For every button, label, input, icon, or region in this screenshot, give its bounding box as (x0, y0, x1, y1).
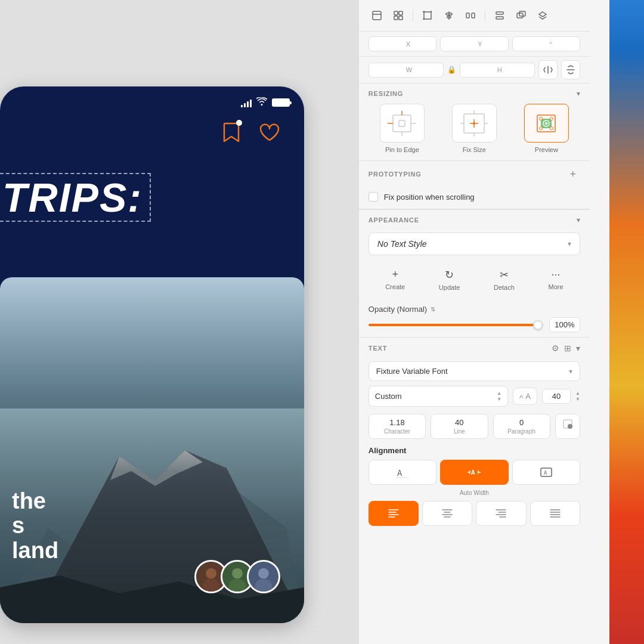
h-input-group: 40 H (460, 63, 535, 78)
trips-text[interactable]: TRIPS: (0, 173, 151, 222)
text-align-center-button[interactable] (422, 501, 472, 526)
svg-text:A: A (544, 470, 547, 476)
text-align-left-button[interactable] (369, 501, 419, 526)
paragraph-spacing-input[interactable]: 0 Paragraph (493, 414, 550, 439)
opacity-label: Opacity (Normal) (369, 305, 427, 314)
y-input[interactable]: 108 (445, 39, 475, 48)
line-spacing-input[interactable]: 40 Line (431, 414, 488, 439)
y-input-group: 108 Y (440, 36, 508, 51)
create-icon: + (392, 268, 398, 281)
svg-point-7 (203, 579, 220, 593)
distribute-icon[interactable] (462, 7, 479, 24)
character-spacing-label: Character (374, 428, 420, 435)
bottom-text: the s land (12, 489, 58, 564)
font-name: Fixture Variable Font (376, 367, 448, 376)
layout-icon[interactable] (369, 7, 385, 24)
font-controls-row: Custom ▲ ▼ A A 40 ▲ (369, 386, 580, 407)
fix-position-checkbox[interactable] (369, 192, 378, 202)
lock-icon[interactable]: 🔒 (447, 66, 456, 74)
prototyping-header[interactable]: PROTOTYPING + (359, 161, 590, 187)
add-prototype-button[interactable]: + (566, 167, 580, 181)
svg-point-51 (545, 122, 547, 125)
frame-icon[interactable] (419, 7, 436, 24)
canvas-area: TRIPS: (0, 0, 358, 644)
font-size-AA-icon: A (525, 392, 531, 401)
text-style-dropdown[interactable]: No Text Style ▾ (369, 233, 580, 255)
appearance-chevron: ▾ (577, 216, 580, 224)
create-style-button[interactable]: + Create (378, 265, 412, 295)
opacity-track[interactable] (369, 324, 543, 326)
dropdown-chevron-icon: ▾ (568, 240, 571, 248)
text-section-icons: ⚙ ⊞ ▾ (552, 343, 580, 353)
pin-to-edge-option[interactable]: Pin to Edge (369, 104, 436, 153)
x-input-group: 32 X (369, 36, 436, 51)
flip-horizontal-button[interactable] (538, 60, 558, 79)
stack-icon[interactable] (491, 7, 508, 24)
text-align-justify-button[interactable] (530, 501, 580, 526)
spacing-row: 1.18 Character 40 Line 0 Paragraph (359, 414, 590, 439)
toolbar-divider (413, 10, 413, 21)
layers-icon[interactable] (534, 7, 551, 24)
preview-box (524, 104, 569, 143)
pin-to-edge-box (380, 104, 425, 143)
align-left-button[interactable]: A (369, 460, 436, 485)
prototyping-section: PROTOTYPING + (359, 160, 590, 187)
x-input[interactable]: 32 (374, 39, 404, 48)
text-settings-icon[interactable]: ⚙ (552, 343, 559, 353)
font-weight-dropdown[interactable]: Custom ▲ ▼ (369, 386, 508, 407)
wifi-icon (256, 97, 267, 108)
svg-rect-17 (399, 11, 402, 15)
rotation-label: ° (550, 41, 552, 48)
resizing-header[interactable]: RESIZING ▾ (359, 83, 590, 104)
font-size-input[interactable]: 40 (542, 389, 571, 404)
more-button[interactable]: ··· More (541, 265, 570, 295)
svg-point-47 (473, 122, 475, 125)
appearance-header[interactable]: APPEARANCE ▾ (359, 210, 590, 230)
character-spacing-input[interactable]: 1.18 Character (369, 414, 426, 439)
grid-icon[interactable] (390, 7, 407, 24)
signal-icon (241, 98, 252, 107)
dimension-row: 236 W 🔒 40 H (359, 57, 590, 83)
resizing-section: Pin to Edge (359, 104, 590, 160)
detach-style-button[interactable]: ✂ Detach (487, 265, 522, 295)
text-align-right-button[interactable] (476, 501, 526, 526)
preview-label: Preview (535, 146, 558, 153)
appearance-title: APPEARANCE (369, 216, 419, 224)
rotation-input[interactable]: 0 (518, 39, 547, 48)
text-style-value: No Text Style (377, 239, 427, 249)
h-input[interactable]: 40 (465, 66, 495, 75)
line-spacing-value: 40 (436, 418, 482, 427)
resize-options: Pin to Edge (369, 104, 580, 153)
flip-vertical-button[interactable] (561, 60, 580, 79)
font-dropdown[interactable]: Fixture Variable Font ▾ (369, 361, 580, 381)
toolbar-divider-2 (485, 10, 485, 21)
update-style-button[interactable]: ↻ Update (432, 265, 467, 295)
overlap-icon[interactable] (513, 7, 530, 24)
clip-input[interactable] (555, 414, 580, 439)
text-align-row (369, 501, 580, 526)
mountain-section: the s land (0, 277, 304, 623)
align-auto-width-button[interactable]: A (440, 460, 508, 485)
align-fixed-button[interactable]: A (512, 460, 580, 485)
align-icon[interactable] (441, 7, 457, 24)
alignment-options: A A (369, 460, 580, 485)
line-spacing-label: Line (436, 428, 482, 435)
svg-rect-30 (496, 12, 503, 14)
fix-position-label: Fix position when scrolling (384, 193, 475, 202)
opacity-thumb[interactable] (533, 320, 543, 330)
w-input[interactable]: 236 (374, 66, 404, 75)
rotation-input-group: 0 ° (512, 36, 580, 51)
opacity-value[interactable]: 100% (549, 317, 580, 332)
svg-point-12 (258, 568, 269, 579)
svg-text:A: A (471, 469, 475, 476)
fix-size-option[interactable]: Fix Size (441, 104, 508, 153)
text-collapse-icon[interactable]: ▾ (576, 343, 580, 353)
text-layers-icon[interactable]: ⊞ (564, 343, 571, 353)
svg-rect-31 (496, 17, 503, 19)
auto-width-label: Auto Width (369, 490, 580, 496)
battery-icon (272, 98, 290, 107)
opacity-adjust-icon[interactable]: ⇅ (431, 306, 435, 312)
preview-option[interactable]: Preview (513, 104, 580, 153)
fix-position-row: Fix position when scrolling (359, 187, 590, 209)
right-panel: 32 X 108 Y 0 ° 236 W 🔒 40 H (358, 0, 609, 644)
